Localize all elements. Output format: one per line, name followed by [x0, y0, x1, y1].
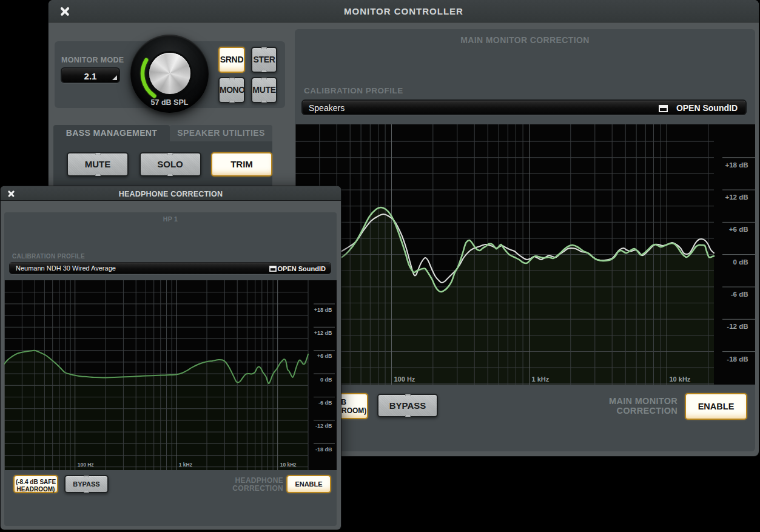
svg-text:1 kHz: 1 kHz: [179, 462, 192, 468]
svg-text:-12 dB: -12 dB: [315, 423, 332, 429]
svg-text:1 kHz: 1 kHz: [532, 375, 550, 383]
svg-text:0 dB: 0 dB: [320, 377, 332, 383]
svg-text:100 Hz: 100 Hz: [394, 375, 415, 383]
svg-text:0 dB: 0 dB: [733, 258, 748, 266]
svg-text:-18 dB: -18 dB: [727, 355, 748, 363]
svg-text:+12 dB: +12 dB: [314, 330, 332, 336]
svg-text:10 kHz: 10 kHz: [280, 462, 297, 468]
svg-text:10 kHz: 10 kHz: [670, 375, 691, 383]
svg-text:-18 dB: -18 dB: [315, 446, 332, 453]
svg-text:+6 dB: +6 dB: [729, 226, 748, 233]
svg-text:+18 dB: +18 dB: [725, 161, 748, 169]
svg-text:-6 dB: -6 dB: [731, 291, 748, 298]
svg-text:+18 dB: +18 dB: [314, 307, 332, 313]
svg-text:100 Hz: 100 Hz: [78, 462, 94, 468]
svg-text:-6 dB: -6 dB: [318, 400, 332, 406]
svg-text:-12 dB: -12 dB: [727, 323, 748, 330]
svg-text:+6 dB: +6 dB: [317, 353, 332, 359]
svg-text:+12 dB: +12 dB: [725, 194, 748, 201]
